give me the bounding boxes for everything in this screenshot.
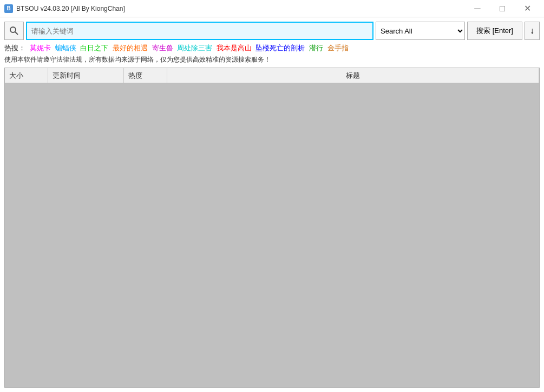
- arrow-down-button[interactable]: ↓: [525, 22, 540, 40]
- category-select[interactable]: Search AllBT种子电影电视剧音乐软件游戏动漫: [376, 22, 465, 40]
- hot-tag-4[interactable]: 寄生兽: [151, 44, 174, 52]
- magnifier-icon: [9, 25, 19, 36]
- hot-tag-9[interactable]: 金手指: [326, 44, 350, 52]
- search-row: Search AllBT种子电影电视剧音乐软件游戏动漫 搜索 [Enter] ↓: [4, 22, 540, 40]
- notice-text: 使用本软件请遵守法律法规，所有数据均来源于网络，仅为您提供高效精准的资源搜索服务…: [4, 56, 271, 63]
- col-title: 标题: [167, 68, 539, 83]
- col-time: 更新时间: [48, 68, 124, 83]
- notice-row: 使用本软件请遵守法律法规，所有数据均来源于网络，仅为您提供高效精准的资源搜索服务…: [4, 55, 540, 64]
- close-button[interactable]: ✕: [515, 1, 540, 17]
- maximize-button[interactable]: □: [490, 1, 515, 17]
- table-header: 大小 更新时间 热度 标题: [5, 68, 539, 83]
- results-table: 大小 更新时间 热度 标题: [4, 68, 540, 388]
- search-button[interactable]: 搜索 [Enter]: [467, 22, 522, 40]
- search-icon-button[interactable]: [4, 22, 24, 40]
- title-bar: B BTSOU v24.03.20 [All By KiongChan] ─ □…: [0, 0, 544, 17]
- hot-tag-7[interactable]: 坠楼死亡的剖析: [254, 44, 306, 52]
- hot-tag-6[interactable]: 我本是高山: [215, 44, 253, 52]
- title-bar-left: B BTSOU v24.03.20 [All By KiongChan]: [4, 4, 125, 13]
- hot-tag-8[interactable]: 潜行: [308, 44, 324, 52]
- table-body: [5, 83, 539, 387]
- app-body: Search AllBT种子电影电视剧音乐软件游戏动漫 搜索 [Enter] ↓…: [0, 17, 544, 392]
- minimize-button[interactable]: ─: [465, 1, 490, 17]
- hot-tag-0[interactable]: 莫妮卡: [29, 44, 52, 52]
- hot-label: 热搜：: [4, 43, 25, 53]
- search-input[interactable]: [26, 22, 373, 40]
- hot-tag-3[interactable]: 最好的相遇: [112, 44, 149, 52]
- hot-tag-5[interactable]: 周处除三害: [176, 44, 213, 52]
- window-controls: ─ □ ✕: [465, 1, 540, 17]
- hot-tag-1[interactable]: 蝙蝠侠: [54, 44, 77, 52]
- hot-tag-2[interactable]: 白日之下: [79, 44, 109, 52]
- col-heat: 热度: [124, 68, 167, 83]
- hot-search-row: 热搜： 莫妮卡 蝙蝠侠 白日之下 最好的相遇 寄生兽 周处除三害 我本是高山 坠…: [4, 43, 540, 53]
- svg-point-0: [10, 27, 16, 32]
- window-title: BTSOU v24.03.20 [All By KiongChan]: [16, 5, 125, 12]
- svg-line-1: [15, 32, 18, 35]
- app-icon: B: [4, 4, 13, 13]
- hot-tags-container: 莫妮卡 蝙蝠侠 白日之下 最好的相遇 寄生兽 周处除三害 我本是高山 坠楼死亡的…: [29, 43, 350, 53]
- col-size: 大小: [5, 68, 48, 83]
